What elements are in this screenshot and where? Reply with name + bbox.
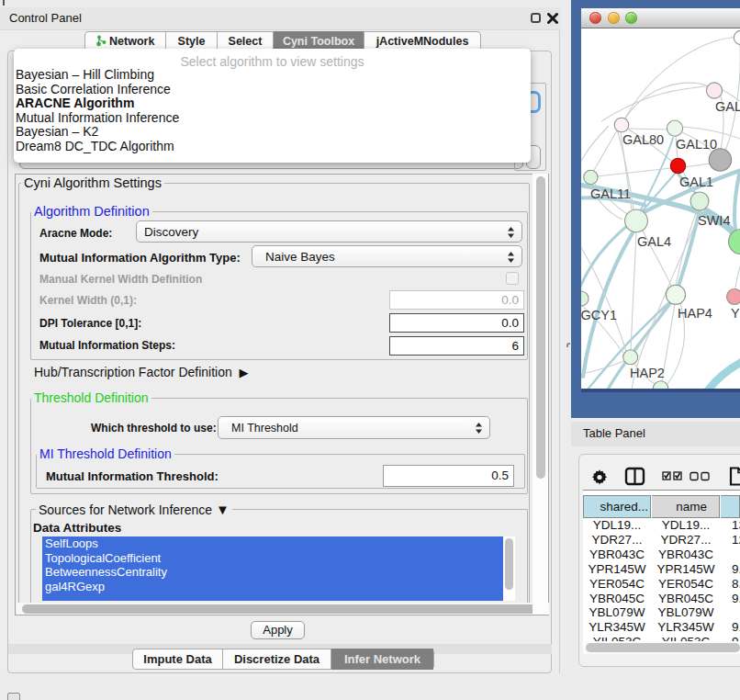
svg-text:Y: Y bbox=[731, 306, 740, 321]
svg-text:GCY1: GCY1 bbox=[581, 308, 617, 322]
svg-text:GAL1: GAL1 bbox=[679, 175, 713, 189]
svg-text:HAP2: HAP2 bbox=[630, 366, 665, 380]
svg-text:GAL11: GAL11 bbox=[590, 186, 631, 201]
svg-text:GAL10: GAL10 bbox=[676, 137, 717, 152]
svg-text:SWI4: SWI4 bbox=[698, 213, 730, 228]
svg-text:GAL2: GAL2 bbox=[715, 99, 740, 114]
svg-text:HAP4: HAP4 bbox=[678, 306, 712, 321]
svg-text:GAL80: GAL80 bbox=[622, 132, 664, 147]
svg-text:GAL4: GAL4 bbox=[637, 234, 671, 249]
